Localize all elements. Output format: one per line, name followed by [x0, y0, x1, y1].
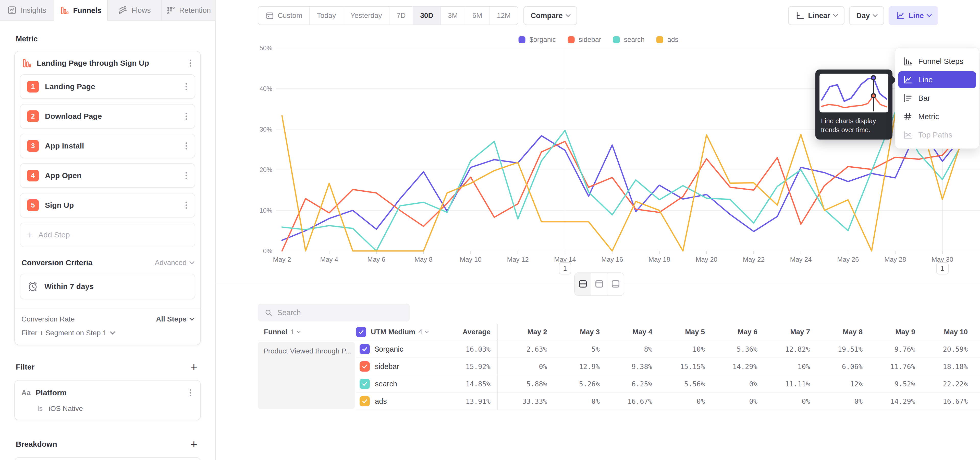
- range-custom[interactable]: Custom: [258, 6, 310, 24]
- filter-heading: Filter: [16, 363, 35, 371]
- range-today[interactable]: Today: [310, 6, 343, 24]
- search-input[interactable]: [277, 308, 403, 317]
- filter-card[interactable]: Aa Platform Is iOS Native: [14, 380, 201, 420]
- funnel-column-header[interactable]: Funnel 1: [258, 328, 356, 336]
- table-search[interactable]: [258, 303, 410, 321]
- all-steps-dropdown[interactable]: All Steps: [156, 315, 194, 323]
- series-cell[interactable]: sidebar: [356, 361, 433, 372]
- range-12m[interactable]: 12M: [490, 6, 518, 24]
- chart-type-dropdown-button[interactable]: Line: [889, 6, 938, 25]
- checkbox-checked[interactable]: [356, 327, 366, 337]
- add-filter-button[interactable]: +: [188, 361, 199, 373]
- annotation-badge-may-14[interactable]: 1: [559, 262, 571, 275]
- series-cell[interactable]: $organic: [356, 344, 433, 354]
- svg-text:0%: 0%: [263, 248, 272, 254]
- column-header-may-8[interactable]: May 8: [813, 328, 865, 336]
- svg-text:May 28: May 28: [884, 256, 906, 263]
- funnel-step-download-page[interactable]: 2 Download Page: [20, 104, 195, 129]
- checkbox-checked[interactable]: [360, 379, 370, 389]
- scale-dropdown-button[interactable]: Linear: [788, 6, 845, 25]
- column-header-may-6[interactable]: May 6: [708, 328, 760, 336]
- day-value: 14.29%: [708, 363, 760, 371]
- filter-operator[interactable]: Is: [37, 405, 43, 413]
- checkbox-checked[interactable]: [360, 396, 370, 406]
- column-header-may-7[interactable]: May 7: [760, 328, 813, 336]
- conversion-window-card[interactable]: Within 7 days: [20, 274, 195, 299]
- tab-flows[interactable]: Flows: [108, 0, 162, 21]
- svg-text:30%: 30%: [259, 126, 272, 133]
- menu-item-top-paths[interactable]: Top Paths: [898, 126, 976, 143]
- column-header-may-9[interactable]: May 9: [865, 328, 918, 336]
- funnel-step-sign-up[interactable]: 5 Sign Up: [20, 193, 195, 217]
- compare-button[interactable]: Compare: [523, 6, 577, 25]
- range-30d[interactable]: 30D: [413, 6, 441, 24]
- column-header-may-2[interactable]: May 2: [498, 328, 550, 336]
- range-6m[interactable]: 6M: [465, 6, 490, 24]
- day-value: 16.67%: [918, 398, 971, 405]
- svg-text:May 6: May 6: [367, 256, 385, 263]
- average-value: 14.85%: [433, 375, 498, 393]
- chevron-down-icon: [189, 259, 194, 264]
- filter-value[interactable]: iOS Native: [49, 404, 83, 413]
- kebab-menu-icon[interactable]: [187, 58, 194, 68]
- svg-text:40%: 40%: [259, 85, 272, 92]
- series-cell[interactable]: ads: [356, 396, 433, 406]
- filter-segment-dropdown[interactable]: Filter + Segment on Step 1: [21, 329, 194, 337]
- tab-funnels[interactable]: Funnels: [54, 0, 108, 21]
- day-value: 12.9%: [550, 363, 603, 371]
- interval-dropdown-button[interactable]: Day: [849, 6, 884, 25]
- series-cell[interactable]: search: [356, 379, 433, 389]
- breakdown-card[interactable]: Aa UTM Medium ✕: [14, 457, 201, 460]
- layout-split-button[interactable]: [575, 273, 591, 295]
- breakdown-column-header[interactable]: UTM Medium 4: [356, 327, 433, 337]
- kebab-menu-icon[interactable]: [183, 141, 189, 151]
- kebab-menu-icon[interactable]: [183, 81, 189, 92]
- add-breakdown-button[interactable]: +: [188, 438, 199, 450]
- linear-label: Linear: [808, 11, 830, 20]
- checkbox-checked[interactable]: [360, 361, 370, 372]
- menu-item-line[interactable]: Line: [898, 71, 976, 88]
- kebab-menu-icon[interactable]: [187, 388, 194, 398]
- day-value: 5.56%: [655, 380, 708, 388]
- tab-retention[interactable]: Retention: [162, 0, 215, 21]
- kebab-menu-icon[interactable]: [183, 171, 189, 180]
- add-step-button[interactable]: + Add Step: [20, 223, 195, 247]
- range-yesterday[interactable]: Yesterday: [343, 6, 390, 24]
- menu-item-metric[interactable]: Metric: [898, 108, 976, 125]
- layout-bottom-button[interactable]: [608, 273, 624, 295]
- clock-icon: [27, 281, 38, 292]
- menu-item-funnel-steps[interactable]: Funnel Steps: [898, 53, 976, 70]
- layout-top-button[interactable]: [591, 273, 608, 295]
- column-header-may-4[interactable]: May 4: [603, 328, 655, 336]
- funnel-step-app-install[interactable]: 3 App Install: [20, 134, 195, 158]
- table-header: Funnel 1 UTM Medium 4 Average May 2May 3…: [258, 324, 980, 340]
- range-7d[interactable]: 7D: [390, 6, 413, 24]
- svg-text:May 2: May 2: [273, 256, 291, 263]
- average-column-header[interactable]: Average: [433, 324, 498, 340]
- column-header-may-5[interactable]: May 5: [655, 328, 708, 336]
- column-header-may-3[interactable]: May 3: [550, 328, 603, 336]
- funnel-step-landing-page[interactable]: 1 Landing Page: [20, 74, 195, 99]
- funnel-name-cell[interactable]: Product Viewed through P...: [258, 342, 355, 409]
- metric-card-header[interactable]: Landing Page through Sign Up: [15, 51, 200, 73]
- funnel-step-app-open[interactable]: 4 App Open: [20, 163, 195, 188]
- tab-insights[interactable]: Insights: [0, 0, 54, 21]
- day-value: 22.22%: [918, 380, 971, 388]
- range-3m[interactable]: 3M: [441, 6, 465, 24]
- day-value: 9.38%: [603, 363, 655, 371]
- step-label: Download Page: [45, 112, 177, 121]
- day-value: 12%: [813, 380, 865, 388]
- menu-item-label: Line: [918, 75, 933, 84]
- checkbox-checked[interactable]: [360, 344, 370, 354]
- all-steps-label: All Steps: [156, 315, 186, 323]
- day-value: 11.11%: [760, 380, 813, 388]
- day-value: 0%: [708, 398, 760, 405]
- column-header-may-10[interactable]: May 10: [918, 328, 971, 336]
- day-value: 33.33%: [498, 398, 550, 405]
- kebab-menu-icon[interactable]: [183, 200, 189, 210]
- table-row-sidebar: sidebar 15.92%0%12.9%9.38%15.15%14.29%10…: [356, 358, 980, 375]
- annotation-badge-may-30[interactable]: 1: [936, 262, 948, 275]
- kebab-menu-icon[interactable]: [183, 111, 189, 121]
- menu-item-bar[interactable]: Bar: [898, 90, 976, 107]
- advanced-dropdown[interactable]: Advanced: [155, 259, 194, 267]
